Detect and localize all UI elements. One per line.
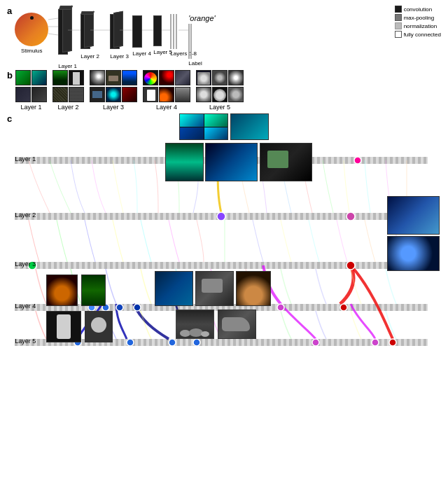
b-l4-img2 — [159, 70, 174, 85]
output-label-block: 'orange' Label — [188, 14, 215, 67]
legend-maxpool: max-pooling — [395, 14, 441, 21]
b-l3-img3 — [122, 70, 137, 85]
svg-point-25 — [134, 304, 141, 311]
legend-maxpool-label: max-pooling — [404, 15, 435, 21]
b-layer2-group: Layer 2 — [52, 70, 84, 111]
svg-point-29 — [127, 339, 134, 346]
c-r-thumb1 — [387, 196, 440, 235]
svg-point-26 — [277, 304, 284, 311]
b-l1-img3 — [15, 87, 31, 102]
b-layer3-group: Layer 3 — [90, 70, 137, 111]
b-layer1-group: Layer 1 — [15, 70, 47, 111]
layer4-block: Layer 4 — [132, 15, 151, 57]
layer5-block: Layer 5 — [153, 15, 172, 55]
legend-fc-label: fully connected — [404, 32, 441, 38]
b-l2-img1 — [52, 70, 68, 85]
c-mid-thumb3 — [260, 143, 312, 181]
section-a-label: a — [7, 6, 12, 16]
main-container: a Stimulus Laye — [0, 0, 448, 479]
layer1-block: Layer 1 — [58, 9, 77, 69]
svg-point-27 — [340, 304, 347, 311]
c-skeleton-thumb — [46, 311, 81, 342]
b-l3-img6 — [122, 87, 137, 102]
legend-convolution-label: convolution — [404, 6, 432, 13]
c-top-thumb2 — [230, 113, 269, 140]
c-layer4-label: Layer 4 — [15, 303, 36, 310]
svg-point-19 — [346, 212, 355, 221]
b-l4-img6 — [175, 87, 190, 102]
b-l5-img2 — [212, 70, 227, 85]
b-layer5-group: Layer 5 — [196, 70, 244, 111]
c-mid-thumb1 — [165, 143, 204, 181]
b-l2-img3 — [52, 87, 68, 102]
c-layer5-label: Layer 5 — [15, 338, 36, 345]
b-l5-img1 — [196, 70, 211, 85]
b-l5-img6 — [228, 87, 244, 102]
section-b-label: b — [7, 70, 13, 81]
c-layer1-label: Layer 1 — [15, 155, 36, 162]
svg-rect-11 — [15, 262, 428, 269]
c-bot-thumb1 — [46, 275, 78, 306]
b-l2-img4 — [69, 87, 84, 102]
label-text: Label — [188, 60, 215, 67]
layer3-label: Layer 3 — [110, 53, 129, 60]
stimulus-label: Stimulus — [21, 48, 43, 54]
stimulus-image — [15, 13, 48, 46]
c-layer2-label: Layer 2 — [15, 211, 36, 218]
section-c-label: c — [7, 113, 12, 124]
c-center-thumb1 — [155, 271, 193, 306]
layer5-label: Layer 5 — [153, 49, 172, 55]
legend-convolution: convolution — [395, 6, 441, 13]
c-layer3-label: Layer 3 — [15, 261, 36, 268]
b-layer2-label: Layer 2 — [52, 104, 84, 111]
svg-point-21 — [346, 261, 355, 270]
legend: convolution max-pooling normalization fu… — [395, 6, 441, 38]
section-c-content: Layer 1 Layer 2 Layer 3 Layer 4 Layer 5 — [15, 113, 441, 362]
svg-line-0 — [48, 18, 58, 20]
orange-label: 'orange' — [188, 14, 215, 22]
stimulus: Stimulus — [15, 13, 48, 54]
c-rocks-thumb — [176, 310, 214, 339]
layer1-label: Layer 1 — [58, 63, 77, 69]
layer2-block: Layer 2 — [80, 14, 99, 60]
svg-point-34 — [389, 339, 396, 346]
b-l3-img1 — [90, 70, 105, 85]
b-l1-img2 — [31, 70, 47, 85]
svg-point-30 — [169, 339, 176, 346]
svg-point-31 — [193, 339, 200, 346]
svg-point-24 — [116, 304, 123, 311]
b-l3-img2 — [106, 70, 121, 85]
b-l4-img3 — [175, 70, 190, 85]
b-image-groups: Layer 1 — [15, 70, 441, 111]
section-b-content: Layer 1 — [15, 70, 441, 111]
c-shoe-thumb — [218, 310, 256, 339]
b-l3-img5 — [106, 87, 121, 102]
section-b: b Layer 1 — [7, 70, 441, 111]
b-l3-img4 — [90, 87, 105, 102]
svg-point-18 — [217, 212, 225, 221]
section-a: a Stimulus Laye — [7, 6, 441, 69]
layer3-block: Layer 3 — [110, 14, 129, 60]
b-l4-img4 — [143, 87, 158, 102]
svg-point-33 — [372, 339, 379, 346]
c-top-thumb1 — [179, 113, 228, 140]
b-l1-img4 — [31, 87, 47, 102]
b-l5-img5 — [212, 87, 227, 102]
b-l2-img2 — [69, 70, 84, 85]
b-layer4-group: Layer 4 — [143, 70, 190, 111]
b-l1-img1 — [15, 70, 31, 85]
legend-norm: normalization — [395, 22, 441, 29]
layer2-label: Layer 2 — [80, 53, 99, 60]
legend-fc: fully connected — [395, 31, 441, 38]
c-center-thumb2 — [195, 271, 234, 306]
c-mid-thumb2 — [205, 143, 258, 181]
c-r-thumb2 — [387, 236, 440, 271]
b-layer4-label: Layer 4 — [143, 104, 190, 111]
b-l4-img5 — [159, 87, 174, 102]
b-l5-img3 — [228, 70, 244, 85]
svg-point-32 — [312, 339, 319, 346]
legend-norm-label: normalization — [404, 23, 438, 29]
b-l4-img1 — [143, 70, 158, 85]
b-layer3-label: Layer 3 — [90, 104, 137, 111]
b-layer5-label: Layer 5 — [196, 104, 244, 111]
